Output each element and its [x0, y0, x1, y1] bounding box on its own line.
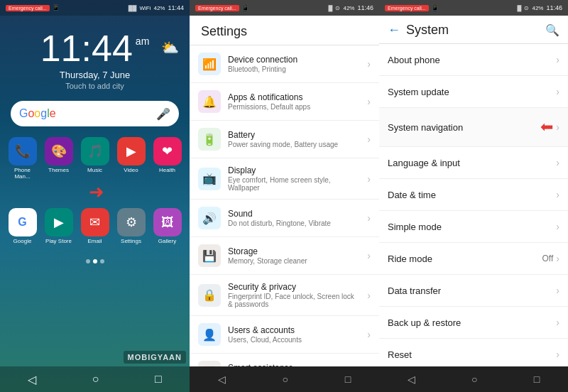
settings-text-sound: Sound Do not disturb, Ringtone, Vibrate [228, 209, 360, 227]
system-item-backup[interactable]: Back up & restore › [379, 307, 568, 339]
system-panel: Emergency call... 📱 ▓ ⊙ 42% 11:46 ← Syst… [379, 0, 568, 392]
settings-nav-home[interactable]: ○ [283, 374, 288, 385]
settings-item-display[interactable]: 📺 Display Eye comfort, Home screen style… [190, 158, 379, 200]
settings-list: 📶 Device connection Bluetooth, Printing … [190, 45, 379, 366]
chevron-display: › [367, 173, 371, 185]
google-search-bar[interactable]: Google 🎤 [11, 101, 179, 126]
system-item-right-navigation: ⬅ › [540, 118, 559, 136]
system-item-right-simple: › [556, 221, 559, 232]
clock-status-home: 11:44 [168, 4, 184, 11]
home-red-arrow: ➜ [89, 181, 104, 203]
system-nav-back[interactable]: ◁ [408, 374, 415, 385]
app-icon-email: ✉ [81, 208, 109, 236]
emergency-badge: Emergency call... [6, 5, 50, 11]
app-label-playstore: Play Store [45, 238, 72, 244]
battery-settings: 42% [343, 5, 354, 11]
settings-text-security: Security & privacy Fingerprint ID, Face … [228, 282, 360, 308]
system-item-language[interactable]: Language & input › [379, 147, 568, 179]
app-label-email: Email [87, 238, 102, 244]
google-logo: Google [19, 107, 56, 120]
app-phone[interactable]: 📞 Phone Man... [7, 137, 38, 180]
app-themes[interactable]: 🎨 Themes [43, 137, 74, 180]
emergency-badge-settings: Emergency call... [195, 5, 239, 11]
home-nav-back[interactable]: ◁ [28, 373, 36, 386]
home-nav-home[interactable]: ○ [92, 373, 99, 386]
system-item-update[interactable]: System update › [379, 76, 568, 108]
wifi-icon: WiFi [139, 5, 151, 11]
home-screen: Emergency call... 📱 ▓▓ WiFi 42% 11:44 11… [0, 0, 190, 392]
battery-system: 42% [532, 5, 543, 11]
app-video[interactable]: ▶ Video [116, 137, 146, 180]
home-city-prompt[interactable]: Touch to add city [7, 82, 182, 90]
security-icon: 🔒 [198, 284, 221, 307]
system-item-label-language: Language & input [388, 158, 460, 168]
settings-item-users[interactable]: 👤 Users & accounts Users, Cloud, Account… [190, 316, 379, 354]
system-item-label-simple: Simple mode [388, 222, 442, 232]
chevron-about: › [556, 54, 559, 65]
sound-icon: 🔊 [198, 207, 221, 229]
system-item-simple-mode[interactable]: Simple mode › [379, 211, 568, 243]
app-email[interactable]: ✉ Email [80, 208, 110, 244]
app-settings[interactable]: ⚙ Settings [116, 208, 146, 244]
emergency-badge-system: Emergency call... [385, 5, 429, 11]
settings-item-apps[interactable]: 🔔 Apps & notifications Permissions, Defa… [190, 83, 379, 121]
chevron-battery: › [367, 134, 371, 145]
battery-icon: 🔋 [198, 128, 221, 151]
system-item-datetime[interactable]: Date & time › [379, 179, 568, 211]
status-right-system: ▓ ⊙ 42% 11:46 [518, 4, 562, 11]
signal-icon-settings: ▓ [329, 5, 333, 11]
settings-item-security[interactable]: 🔒 Security & privacy Fingerprint ID, Fac… [190, 275, 379, 316]
app-label-gallery: Gallery [158, 238, 176, 244]
system-nav-home[interactable]: ○ [471, 374, 477, 385]
app-icon-music: 🎵 [81, 137, 109, 165]
settings-item-smart[interactable]: ♿ Smart assistance Accessibility › [190, 354, 379, 366]
signal-icon: ▓▓ [129, 5, 137, 11]
status-bar-system: Emergency call... 📱 ▓ ⊙ 42% 11:46 [379, 0, 568, 16]
users-icon: 👤 [198, 323, 221, 346]
app-google[interactable]: G Google [7, 208, 38, 244]
system-item-data-transfer[interactable]: Data transfer › [379, 275, 568, 307]
app-icon-playstore: ▶ [45, 208, 73, 236]
system-nav-recents[interactable]: □ [534, 374, 540, 385]
app-icon-google: G [9, 208, 37, 236]
system-item-about-phone[interactable]: About phone › [379, 44, 568, 76]
settings-item-sub-sound: Do not disturb, Ringtone, Vibrate [228, 219, 360, 227]
settings-item-title-device: Device connection [228, 55, 360, 65]
system-item-label-update: System update [388, 87, 449, 97]
status-icons-right: ▓▓ WiFi 42% 11:44 [129, 4, 184, 11]
settings-item-battery[interactable]: 🔋 Battery Power saving mode, Battery usa… [190, 121, 379, 158]
chevron-datetime: › [556, 189, 559, 200]
system-item-navigation[interactable]: System navigation ⬅ › [379, 108, 568, 147]
settings-nav-back[interactable]: ◁ [218, 374, 226, 385]
app-playstore[interactable]: ▶ Play Store [43, 208, 74, 244]
system-item-reset[interactable]: Reset › [379, 339, 568, 366]
app-music[interactable]: 🎵 Music [80, 137, 110, 180]
settings-panel: Emergency call... 📱 ▓ ⊙ 42% 11:46 Settin… [190, 0, 379, 392]
mic-icon[interactable]: 🎤 [156, 107, 170, 121]
chevron-users: › [367, 329, 371, 340]
system-item-ride-mode[interactable]: Ride mode Off › [379, 243, 568, 275]
app-label-health: Health [159, 167, 175, 173]
home-nav-recents[interactable]: □ [155, 373, 162, 386]
chevron-data: › [556, 285, 559, 296]
system-search-button[interactable]: 🔍 [545, 23, 559, 37]
emergency-call-settings: Emergency call... 📱 [195, 4, 249, 11]
home-nav-bar: ◁ ○ □ [0, 366, 190, 392]
app-health[interactable]: ❤ Health [152, 137, 182, 180]
app-gallery[interactable]: 🖼 Gallery [152, 208, 182, 244]
settings-item-device-connection[interactable]: 📶 Device connection Bluetooth, Printing … [190, 45, 379, 83]
system-item-right-data: › [556, 285, 559, 296]
settings-item-sound[interactable]: 🔊 Sound Do not disturb, Ringtone, Vibrat… [190, 200, 379, 237]
settings-page-title: Settings [201, 24, 247, 38]
settings-header: Settings [190, 16, 379, 45]
display-icon: 📺 [198, 168, 221, 190]
settings-item-storage[interactable]: 💾 Storage Memory, Storage cleaner › [190, 237, 379, 275]
signal-icon-system: ▓ [518, 5, 522, 11]
system-item-label-ride: Ride mode [388, 254, 432, 264]
app-icon-themes: 🎨 [45, 137, 73, 165]
settings-text-display: Display Eye comfort, Home screen style, … [228, 165, 360, 192]
system-back-button[interactable]: ← [388, 23, 400, 38]
navigation-red-arrow: ⬅ [540, 118, 553, 136]
settings-nav-recents[interactable]: □ [345, 374, 351, 385]
system-nav-bar: ◁ ○ □ [379, 366, 568, 392]
